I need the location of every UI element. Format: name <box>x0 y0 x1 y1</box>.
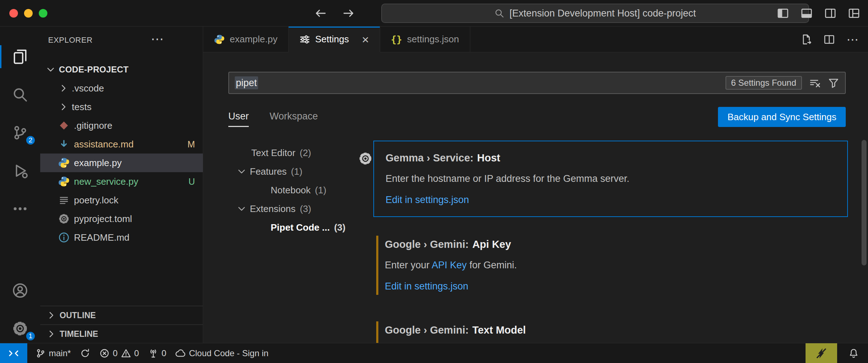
branch-icon <box>36 348 46 358</box>
setting-title: Google › Gemini:Text Model <box>385 324 836 336</box>
close-tab-icon[interactable]: × <box>362 33 369 46</box>
markdown-file-icon <box>58 138 70 150</box>
setting-google-gemini-text-model[interactable]: Google › Gemini:Text Model <box>373 314 848 343</box>
customize-layout-icon[interactable] <box>848 7 860 19</box>
clear-search-icon[interactable] <box>809 77 821 89</box>
account-icon <box>12 282 28 299</box>
cloud-code-item[interactable]: Cloud Code - Sign in <box>171 343 273 363</box>
views-more-actions-icon[interactable]: ⋯ <box>151 32 164 47</box>
toggle-panel-icon[interactable] <box>801 7 813 19</box>
minimize-window-button[interactable] <box>24 9 33 18</box>
edit-in-settings-json-link[interactable]: Edit in settings.json <box>386 194 469 206</box>
window-title: [Extension Development Host] code-projec… <box>509 8 696 19</box>
extension-host-status-item[interactable] <box>806 343 837 363</box>
explorer-item-poetry-lock[interactable]: poetry.lock <box>40 191 203 209</box>
git-branch-item[interactable]: main* <box>31 343 75 363</box>
tab-settings-json[interactable]: {} settings.json <box>380 27 470 52</box>
sync-changes-item[interactable] <box>75 343 95 363</box>
explorer-item-assistance-md[interactable]: assistance.md M <box>40 135 203 154</box>
api-key-link[interactable]: API Key <box>432 260 467 270</box>
search-actions: 6 Settings Found <box>725 76 839 90</box>
tab-settings[interactable]: Settings × <box>289 27 380 52</box>
sync-icon <box>80 348 90 358</box>
explorer-item-example-py[interactable]: example.py <box>40 154 203 172</box>
activity-run-debug-button[interactable] <box>0 161 40 181</box>
lock-file-icon <box>58 194 70 206</box>
ellipsis-icon <box>12 201 28 217</box>
editor-tab-bar: example.py Settings × {} settings.json ⋯ <box>203 27 868 52</box>
zoom-window-button[interactable] <box>39 9 47 18</box>
settings-badge: 1 <box>25 331 36 341</box>
setting-description: Enter your API Key for Gemini. <box>385 260 836 271</box>
command-center[interactable]: [Extension Development Host] code-projec… <box>381 4 809 23</box>
window-controls <box>9 9 47 18</box>
toc-text-editor[interactable]: Text Editor(2) <box>228 143 347 162</box>
activity-settings-button[interactable]: 1 <box>0 319 40 339</box>
backup-sync-settings-button[interactable]: Backup and Sync Settings <box>718 107 846 127</box>
close-window-button[interactable] <box>9 9 18 18</box>
edit-in-settings-json-link[interactable]: Edit in settings.json <box>385 281 468 292</box>
ports-item[interactable]: 0 <box>144 343 171 363</box>
notifications-item[interactable] <box>839 343 868 363</box>
forward-icon[interactable] <box>342 7 355 19</box>
modified-indicator <box>376 321 378 343</box>
explorer-item-vscode[interactable]: .vscode <box>40 79 203 98</box>
scope-tab-workspace[interactable]: Workspace <box>270 107 318 127</box>
explorer-item-new-service-py[interactable]: new_service.py U <box>40 172 203 191</box>
toggle-primary-sidebar-icon[interactable] <box>777 7 789 19</box>
activity-search-button[interactable] <box>0 85 40 105</box>
back-icon[interactable] <box>314 7 327 19</box>
toc-notebook[interactable]: Notebook(1) <box>228 181 347 199</box>
python-file-icon <box>58 176 70 187</box>
toc-features[interactable]: Features(1) <box>228 162 347 181</box>
sidebar-bottom-sections: OUTLINE TIMELINE <box>40 306 203 343</box>
timeline-section-header[interactable]: TIMELINE <box>40 324 203 343</box>
toc-pipet-code[interactable]: Pipet Code ...(3) <box>228 218 347 237</box>
remote-indicator[interactable] <box>0 343 27 363</box>
filter-icon[interactable] <box>828 77 839 89</box>
explorer-item-readme-md[interactable]: README.md <box>40 228 203 247</box>
activity-account-button[interactable] <box>0 280 40 301</box>
explorer-root-folder[interactable]: CODE-PROJECT <box>40 60 203 79</box>
results-count-badge: 6 Settings Found <box>725 76 802 90</box>
activity-more-views-button[interactable] <box>0 199 40 219</box>
setting-description: Enter the hostname or IP address for the… <box>386 173 836 184</box>
setting-gemma-service-host[interactable]: Gemma › Service:Host Enter the hostname … <box>373 141 848 217</box>
setting-title: Gemma › Service:Host <box>386 152 836 164</box>
explorer-sidebar: EXPLORER ⋯ CODE-PROJECT .vscode tests .g… <box>40 27 203 343</box>
radio-tower-icon <box>148 348 158 358</box>
chevron-right-icon <box>58 102 69 112</box>
more-actions-icon[interactable]: ⋯ <box>846 33 859 46</box>
chevron-down-icon <box>236 203 247 214</box>
activity-source-control-button[interactable]: 2 <box>0 123 40 143</box>
setting-google-gemini-api-key[interactable]: Google › Gemini:Api Key Enter your API K… <box>373 228 848 303</box>
lightning-slash-icon <box>815 347 827 359</box>
explorer-item-tests[interactable]: tests <box>40 98 203 116</box>
activity-explorer-button[interactable] <box>0 47 40 67</box>
open-settings-json-icon[interactable] <box>801 34 812 45</box>
git-untracked-badge: U <box>188 176 195 187</box>
scrollbar-thumb[interactable] <box>862 140 867 265</box>
git-file-icon <box>58 120 70 131</box>
search-value: pipet <box>235 77 258 89</box>
run-and-debug-icon <box>12 162 28 179</box>
scope-tab-user[interactable]: User <box>228 107 249 127</box>
toggle-secondary-sidebar-icon[interactable] <box>824 7 836 19</box>
activity-bar: 2 1 <box>0 27 40 343</box>
explorer-title: EXPLORER <box>48 36 93 45</box>
search-icon <box>494 8 504 18</box>
problems-item[interactable]: 0 0 <box>95 343 144 363</box>
remote-icon <box>8 348 19 359</box>
status-bar: main* 0 0 0 Cloud Code - Sign in <box>0 343 868 363</box>
setting-more-actions-gear-icon[interactable] <box>358 151 373 166</box>
outline-section-header[interactable]: OUTLINE <box>40 306 203 324</box>
split-editor-icon[interactable] <box>823 34 835 45</box>
settings-search-input[interactable]: pipet 6 Settings Found <box>228 72 846 94</box>
chevron-right-icon <box>46 310 57 321</box>
explorer-item-gitignore[interactable]: .gitignore <box>40 116 203 135</box>
info-file-icon <box>58 232 70 243</box>
tab-example-py[interactable]: example.py <box>203 27 289 52</box>
toc-extensions[interactable]: Extensions(3) <box>228 199 347 218</box>
explorer-item-pyproject-toml[interactable]: pyproject.toml <box>40 209 203 228</box>
json-braces-icon: {} <box>391 34 402 45</box>
